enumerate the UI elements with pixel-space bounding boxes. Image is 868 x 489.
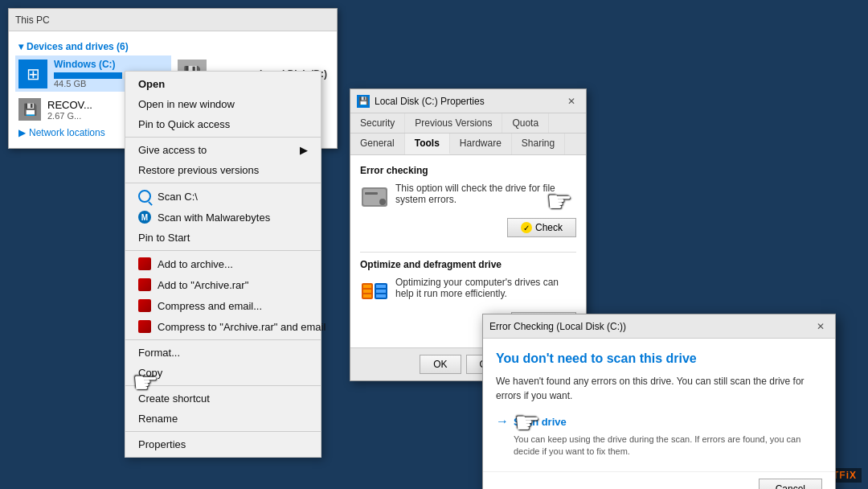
cm-rename[interactable]: Rename	[125, 409, 321, 429]
cm-scan[interactable]: Scan C:\	[125, 186, 321, 207]
cm-scan-malwarebytes[interactable]: M Scan with Malwarebytes	[125, 207, 321, 228]
cm-compress-rar-email[interactable]: Compress to "Archive.rar" and email	[125, 316, 321, 337]
cm-format-label: Format...	[138, 347, 180, 359]
tab-tools[interactable]: Tools	[405, 134, 450, 154]
tab-sharing[interactable]: Sharing	[512, 134, 565, 154]
cm-restore-versions-label: Restore previous versions	[138, 164, 259, 176]
error-checking-row: This option will check the drive for fil…	[360, 183, 576, 212]
cm-create-shortcut[interactable]: Create shortcut	[125, 388, 321, 409]
cm-pin-start-label: Pin to Start	[138, 232, 190, 244]
cm-winrar-icon-2	[138, 278, 151, 291]
tab-quota[interactable]: Quota	[502, 113, 549, 133]
cm-separator-5	[125, 385, 321, 386]
cm-pin-quick-access-label: Pin to Quick access	[138, 118, 230, 130]
cm-copy[interactable]: Copy	[125, 363, 321, 383]
tab-security[interactable]: Security	[350, 113, 405, 133]
cm-compress-rar-email-label: Compress to "Archive.rar" and email	[158, 321, 326, 333]
scan-drive-description: You can keep using the drive during the …	[496, 434, 822, 458]
cm-add-rar-label: Add to "Archive.rar"	[158, 279, 248, 291]
cm-scan-malwarebytes-label: Scan with Malwarebytes	[158, 212, 270, 224]
tab-previous-versions[interactable]: Previous Versions	[405, 113, 502, 133]
devices-section-header: ▾ Devices and drives (6)	[15, 38, 330, 55]
windows-drive-icon: ⊞	[18, 60, 47, 88]
properties-titlebar: 💾 Local Disk (C:) Properties ✕	[350, 89, 586, 113]
scan-drive-arrow-icon: →	[496, 414, 509, 429]
cm-open-new-window[interactable]: Open in new window	[125, 94, 321, 114]
recovery-icon: 💾	[18, 98, 41, 121]
cm-separator-2	[125, 183, 321, 183]
cm-add-archive[interactable]: Add to archive...	[125, 253, 321, 274]
svg-rect-3	[365, 192, 378, 195]
tab-hardware[interactable]: Hardware	[450, 134, 512, 154]
cm-compress-email[interactable]: Compress and email...	[125, 295, 321, 316]
cm-rename-label: Rename	[138, 413, 178, 425]
cm-properties[interactable]: Properties	[125, 434, 321, 454]
cm-malwarebytes-icon: M	[138, 211, 151, 224]
check-button[interactable]: ✓ Check	[507, 218, 576, 237]
error-dialog-description: We haven't found any errors on this driv…	[496, 374, 822, 403]
context-menu: Open Open in new window Pin to Quick acc…	[125, 71, 321, 458]
cm-winrar-icon-3	[138, 299, 151, 312]
error-dialog-content: You don't need to scan this drive We hav…	[483, 339, 835, 471]
cm-format[interactable]: Format...	[125, 343, 321, 363]
cm-open[interactable]: Open	[125, 74, 321, 94]
cm-give-access-label: Give access to	[138, 144, 207, 156]
error-dialog-heading: You don't need to scan this drive	[496, 351, 822, 366]
scan-drive-label: Scan drive	[514, 416, 567, 428]
file-explorer-title: This PC	[15, 14, 50, 26]
svg-rect-7	[363, 294, 371, 298]
svg-rect-5	[363, 285, 371, 288]
hdd-icon	[360, 183, 389, 212]
recovery-size: 2.67 G...	[47, 111, 92, 121]
cm-scan-label: Scan C:\	[158, 191, 198, 203]
cm-restore-versions[interactable]: Restore previous versions	[125, 160, 321, 180]
cm-pin-quick-access[interactable]: Pin to Quick access	[125, 114, 321, 134]
cm-give-access[interactable]: Give access to ▶	[125, 140, 321, 160]
defrag-title: Optimize and defragment drive	[360, 259, 576, 270]
svg-point-2	[379, 199, 386, 205]
check-button-icon: ✓	[521, 222, 532, 233]
cm-copy-label: Copy	[138, 367, 162, 379]
defrag-row: Optimizing your computer's drives can he…	[360, 277, 576, 306]
cm-pin-start[interactable]: Pin to Start	[125, 228, 321, 248]
error-dialog-titlebar: Error Checking (Local Disk (C:)) ✕	[483, 314, 835, 339]
cm-scan-icon	[138, 190, 151, 203]
recovery-name: RECOV...	[47, 99, 92, 111]
cm-properties-label: Properties	[138, 438, 186, 450]
cm-separator-3	[125, 250, 321, 251]
properties-close-button[interactable]: ✕	[563, 93, 579, 109]
scan-drive-link[interactable]: → Scan drive	[496, 414, 822, 429]
properties-tabs-top: Security Previous Versions Quota	[350, 113, 586, 134]
cm-arrow-icon: ▶	[300, 144, 308, 156]
cm-separator-6	[125, 431, 321, 432]
properties-tabs-bottom: General Tools Hardware Sharing	[350, 134, 586, 155]
cm-add-rar[interactable]: Add to "Archive.rar"	[125, 274, 321, 295]
ok-button[interactable]: OK	[420, 355, 461, 374]
drive-c-name: Windows (C:)	[54, 59, 168, 70]
tab-general[interactable]: General	[350, 134, 405, 154]
svg-rect-10	[376, 290, 386, 293]
error-dialog-footer: Cancel	[483, 471, 835, 489]
cm-create-shortcut-label: Create shortcut	[138, 392, 210, 405]
error-dialog-close-button[interactable]: ✕	[813, 318, 829, 335]
properties-title: Local Disk (C:) Properties	[375, 96, 485, 107]
titlebar-disk-icon: 💾	[357, 95, 370, 108]
cm-winrar-icon-4	[138, 320, 151, 333]
cm-separator-4	[125, 339, 321, 340]
cm-compress-email-label: Compress and email...	[158, 300, 262, 312]
error-checking-title: Error checking	[360, 165, 576, 176]
svg-rect-11	[376, 294, 386, 298]
file-explorer-titlebar: This PC	[9, 9, 337, 31]
error-dialog-title: Error Checking (Local Disk (C:))	[489, 321, 626, 332]
error-checking-dialog: Error Checking (Local Disk (C:)) ✕ You d…	[482, 314, 836, 489]
error-checking-desc: This option will check the drive for fil…	[395, 183, 576, 205]
cm-open-label: Open	[138, 78, 165, 90]
defrag-icon	[360, 277, 389, 306]
cm-add-archive-label: Add to archive...	[158, 258, 233, 270]
titlebar-left: 💾 Local Disk (C:) Properties	[357, 95, 485, 108]
error-dialog-cancel-button[interactable]: Cancel	[759, 479, 822, 489]
svg-rect-6	[363, 290, 371, 293]
cm-open-new-window-label: Open in new window	[138, 98, 235, 110]
svg-rect-9	[376, 285, 386, 288]
cm-winrar-icon-1	[138, 257, 151, 270]
